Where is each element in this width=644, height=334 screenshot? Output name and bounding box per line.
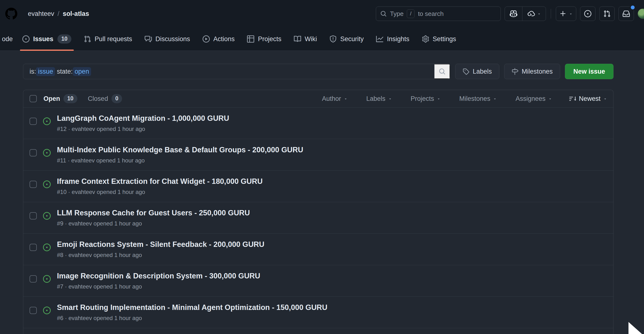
app-header: evahteev / sol-atlas Type / to search bbox=[0, 0, 644, 28]
chevron-down-icon bbox=[548, 97, 552, 101]
query-text-segment: state: bbox=[55, 68, 73, 75]
issue-open-icon bbox=[43, 306, 51, 314]
filter-projects[interactable]: Projects bbox=[409, 95, 442, 103]
chevron-down-icon bbox=[388, 97, 392, 101]
github-logo-icon[interactable] bbox=[5, 8, 17, 20]
issue-checkbox[interactable] bbox=[30, 212, 37, 220]
open-issues-tab[interactable]: Open 10 bbox=[44, 94, 78, 103]
your-pull-requests-button[interactable] bbox=[599, 7, 615, 21]
issue-checkbox[interactable] bbox=[30, 181, 37, 188]
chevron-down-icon bbox=[537, 12, 541, 16]
shield-icon bbox=[330, 35, 337, 43]
issues-filter-bar: is:issue state:open Labels Milestones Ne… bbox=[23, 64, 614, 79]
issue-row[interactable]: Iframe Context Extraction for Chat Widge… bbox=[23, 170, 613, 202]
filter-assignees[interactable]: Assignees bbox=[514, 95, 554, 103]
codespaces-icon bbox=[527, 10, 535, 18]
issue-meta: #7 · evahteev opened 1 hour ago bbox=[57, 283, 260, 290]
slash-key-hint: / bbox=[407, 9, 414, 18]
tab-discussions[interactable]: Discussions bbox=[141, 28, 194, 51]
sort-desc-icon bbox=[569, 95, 576, 102]
issue-title[interactable]: Image Recognition & Description System -… bbox=[57, 271, 260, 280]
issue-title[interactable]: Multi-Index Public Knowledge Base & Defa… bbox=[57, 145, 303, 154]
issue-checkbox[interactable] bbox=[30, 275, 37, 282]
git-pull-request-icon bbox=[84, 35, 91, 43]
filter-dropdowns: Author Labels Projects Milestones Assign… bbox=[305, 95, 554, 103]
header-divider bbox=[551, 9, 551, 19]
repo-nav-tabs: Issues 10 Pull requests Discussions Acti… bbox=[18, 28, 465, 51]
sort-dropdown[interactable]: Newest bbox=[569, 95, 607, 102]
tab-issues[interactable]: Issues 10 bbox=[18, 28, 75, 51]
issue-row[interactable]: Smart Routing Implementation - Minimal A… bbox=[23, 296, 613, 328]
filter-labels[interactable]: Labels bbox=[365, 95, 393, 103]
issue-meta: #8 · evahteev opened 1 hour ago bbox=[57, 252, 264, 258]
breadcrumb: evahteev / sol-atlas bbox=[28, 10, 89, 18]
issue-meta: #11 · evahteev opened 1 hour ago bbox=[57, 157, 303, 164]
issues-search-box: is:issue state:open bbox=[23, 64, 450, 79]
nav-tab-label: Wiki bbox=[305, 35, 317, 43]
issue-title[interactable]: LLM Response Cache for Guest Users - 250… bbox=[57, 208, 250, 217]
tab-wiki[interactable]: Wiki bbox=[290, 28, 321, 51]
issues-search-submit-button[interactable] bbox=[434, 64, 450, 79]
issue-title[interactable]: Emoji Reactions System - Silent Feedback… bbox=[57, 240, 264, 249]
tab-projects[interactable]: Projects bbox=[243, 28, 285, 51]
issues-search-input[interactable]: is:issue state:open bbox=[23, 64, 434, 79]
tab-settings[interactable]: Settings bbox=[418, 28, 460, 51]
issue-opened-icon bbox=[22, 35, 30, 43]
issues-list-header: Open 10 Closed 0 Author Labels Projects … bbox=[23, 90, 613, 107]
chevron-down-icon bbox=[437, 97, 440, 101]
tab-code-partial[interactable]: ode bbox=[2, 28, 13, 51]
tab-pull-requests[interactable]: Pull requests bbox=[80, 28, 136, 51]
graph-icon bbox=[376, 35, 383, 43]
notifications-inbox-button[interactable] bbox=[618, 7, 634, 21]
repo-nav: ode Issues 10 Pull requests Discussions … bbox=[0, 28, 644, 51]
filter-milestones[interactable]: Milestones bbox=[458, 95, 498, 103]
open-label: Open bbox=[44, 95, 60, 102]
filter-label: Projects bbox=[411, 95, 434, 102]
gear-icon bbox=[422, 35, 429, 43]
your-issues-button[interactable] bbox=[580, 7, 596, 21]
issue-row[interactable]: Image Recognition & Description System -… bbox=[23, 265, 613, 296]
global-search-input[interactable]: Type / to search bbox=[376, 7, 501, 21]
query-token: open bbox=[73, 67, 91, 76]
closed-issues-tab[interactable]: Closed 0 bbox=[88, 94, 122, 103]
issue-title[interactable]: Iframe Context Extraction for Chat Widge… bbox=[57, 177, 263, 186]
breadcrumb-repo-link[interactable]: sol-atlas bbox=[63, 10, 89, 18]
tag-icon bbox=[462, 68, 469, 75]
issue-open-icon bbox=[43, 181, 51, 188]
github-issues-page: evahteev / sol-atlas Type / to search bbox=[0, 0, 644, 334]
breadcrumb-owner-link[interactable]: evahteev bbox=[28, 10, 54, 18]
query-text-segment: is: bbox=[30, 68, 36, 75]
issue-checkbox[interactable] bbox=[30, 149, 37, 156]
query-token: issue bbox=[36, 67, 55, 76]
search-icon bbox=[439, 68, 446, 75]
issue-row[interactable]: Multi-Index Public Knowledge Base & Defa… bbox=[23, 139, 613, 170]
tab-insights[interactable]: Insights bbox=[372, 28, 413, 51]
copilot-menu-button[interactable] bbox=[522, 7, 546, 21]
issue-title[interactable]: LangGraph CoAgent Migration - 1,000,000 … bbox=[57, 114, 229, 123]
issue-row[interactable]: Emoji Reactions System - Silent Feedback… bbox=[23, 233, 613, 265]
tab-actions[interactable]: Actions bbox=[199, 28, 238, 51]
search-placeholder-prefix: Type bbox=[390, 10, 404, 18]
tab-security[interactable]: Security bbox=[326, 28, 368, 51]
create-new-button[interactable] bbox=[556, 7, 576, 21]
issue-title[interactable]: Smart Routing Implementation - Minimal A… bbox=[57, 303, 327, 312]
issue-meta: #9 · evahteev opened 1 hour ago bbox=[57, 220, 250, 227]
select-all-checkbox[interactable] bbox=[30, 95, 37, 102]
labels-button[interactable]: Labels bbox=[455, 64, 499, 79]
issue-checkbox[interactable] bbox=[30, 118, 37, 125]
partial-next-row bbox=[23, 328, 613, 334]
copilot-button[interactable] bbox=[505, 7, 522, 21]
issue-checkbox[interactable] bbox=[30, 244, 37, 251]
new-issue-button[interactable]: New issue bbox=[565, 64, 614, 79]
open-count-badge: 10 bbox=[64, 94, 78, 103]
filter-label: Milestones bbox=[459, 95, 490, 102]
milestones-button[interactable]: Milestones bbox=[504, 64, 560, 79]
issue-row[interactable]: LLM Response Cache for Guest Users - 250… bbox=[23, 202, 613, 233]
filter-author[interactable]: Author bbox=[320, 95, 349, 103]
milestone-icon bbox=[512, 68, 518, 75]
issue-row[interactable]: LangGraph CoAgent Migration - 1,000,000 … bbox=[23, 107, 613, 139]
user-avatar[interactable] bbox=[638, 9, 644, 19]
issue-meta: #10 · evahteev opened 1 hour ago bbox=[57, 189, 263, 195]
issue-checkbox[interactable] bbox=[30, 307, 37, 314]
chevron-down-icon bbox=[604, 97, 607, 101]
